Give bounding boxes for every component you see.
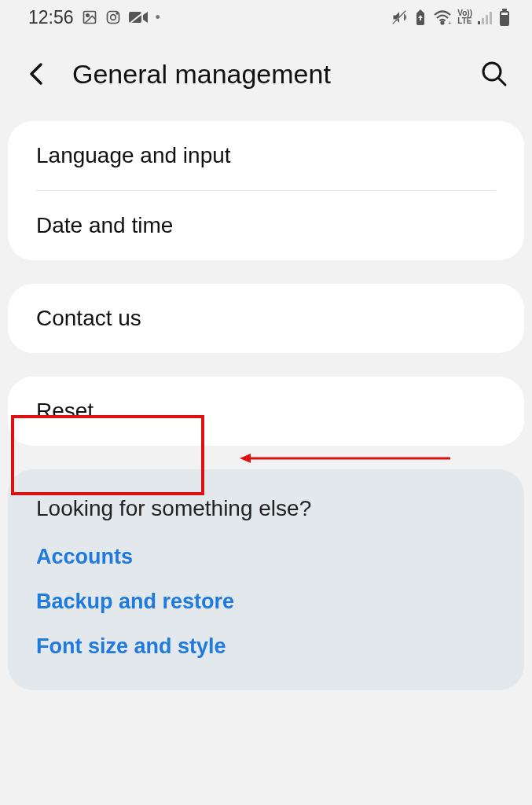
svg-line-19 (499, 79, 505, 85)
page-title: General management (72, 59, 457, 90)
dot-icon: • (156, 9, 160, 26)
status-time: 12:56 (28, 7, 74, 28)
volte-icon: Vo))LTE (457, 9, 472, 25)
status-bar-left: 12:56 • (28, 7, 160, 28)
signal-icon (478, 10, 493, 24)
settings-item-label: Reset (36, 399, 94, 423)
svg-rect-14 (490, 12, 492, 24)
status-bar: 12:56 • + Vo))LTE (0, 0, 532, 35)
suggestions-panel: Looking for something else? Accounts Bac… (8, 469, 524, 690)
suggestion-link-font-size-style[interactable]: Font size and style (36, 634, 496, 659)
svg-rect-12 (482, 18, 484, 24)
settings-item-contact-us[interactable]: Contact us (8, 284, 524, 353)
video-icon (129, 10, 148, 24)
settings-item-label: Language and input (36, 143, 231, 167)
svg-point-18 (483, 63, 501, 80)
svg-rect-5 (129, 12, 141, 23)
svg-text:+: + (448, 20, 452, 25)
svg-point-4 (116, 13, 118, 14)
mute-vibrate-icon (391, 9, 408, 25)
search-button[interactable] (479, 58, 510, 90)
svg-rect-15 (502, 9, 507, 11)
settings-group-contact: Contact us (8, 284, 524, 353)
battery-icon (499, 9, 510, 26)
suggestion-link-accounts[interactable]: Accounts (36, 545, 496, 569)
annotation-arrow (240, 453, 450, 464)
settings-item-label: Contact us (36, 306, 141, 330)
status-bar-right: + Vo))LTE (391, 9, 510, 26)
svg-rect-17 (501, 13, 508, 15)
picture-icon (82, 9, 97, 25)
settings-item-label: Date and time (36, 213, 173, 237)
settings-item-reset[interactable]: Reset (8, 377, 524, 446)
instagram-icon (105, 9, 121, 25)
header: General management (0, 35, 532, 121)
update-icon (413, 9, 427, 25)
settings-item-language-input[interactable]: Language and input (8, 121, 524, 190)
svg-point-1 (86, 14, 88, 17)
wifi-icon: + (433, 9, 452, 25)
svg-rect-13 (486, 15, 488, 24)
suggestion-link-backup-restore[interactable]: Backup and restore (36, 590, 496, 614)
settings-item-date-time[interactable]: Date and time (8, 191, 524, 260)
settings-group-reset: Reset (8, 377, 524, 446)
svg-point-9 (442, 22, 444, 24)
svg-point-3 (110, 15, 116, 20)
suggestions-title: Looking for something else? (36, 496, 496, 521)
search-icon (481, 61, 508, 87)
chevron-left-icon (27, 60, 46, 88)
back-button[interactable] (22, 60, 50, 88)
settings-group-input: Language and input Date and time (8, 121, 524, 260)
svg-rect-11 (478, 21, 480, 24)
